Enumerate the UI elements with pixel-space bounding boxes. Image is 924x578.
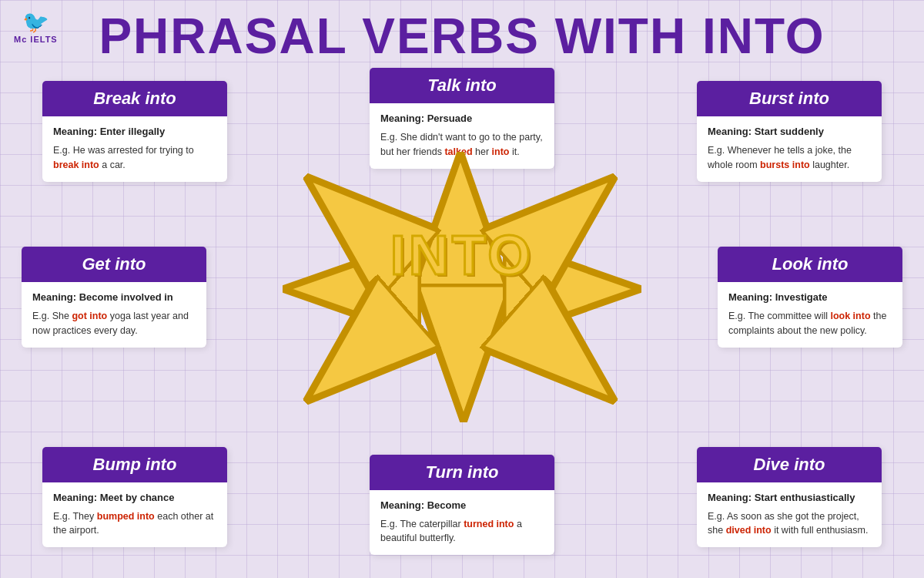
svg-line-7 xyxy=(316,339,377,393)
card-turn-into-header: Turn into xyxy=(370,455,554,490)
card-break-into-meaning: Meaning: Enter illegally xyxy=(53,126,216,137)
card-dive-into-body: Meaning: Start enthusiastically E.g. As … xyxy=(697,482,882,548)
svg-line-6 xyxy=(544,185,605,239)
card-look-into-body: Meaning: Investigate E.g. The committee … xyxy=(718,282,902,348)
card-get-into: Get into Meaning: Become involved in E.g… xyxy=(22,247,206,348)
card-look-into-header: Look into xyxy=(718,247,902,282)
card-burst-into-meaning: Meaning: Start suddenly xyxy=(708,126,871,137)
card-dive-into-example: E.g. As soon as she got the project, she… xyxy=(708,509,871,539)
card-break-into-example: E.g. He was arrested for trying to break… xyxy=(53,143,216,173)
card-break-into-body: Meaning: Enter illegally E.g. He was arr… xyxy=(42,116,227,182)
card-break-into-title: Break into xyxy=(93,89,176,108)
card-burst-into-header: Burst into xyxy=(697,81,882,116)
card-talk-into-title: Talk into xyxy=(427,76,497,95)
card-bump-into: Bump into Meaning: Meet by chance E.g. T… xyxy=(42,447,227,548)
card-dive-into: Dive into Meaning: Start enthusiasticall… xyxy=(697,447,882,548)
card-talk-into-body: Meaning: Persuade E.g. She didn't want t… xyxy=(370,103,554,169)
card-talk-into-header: Talk into xyxy=(370,68,554,103)
card-get-into-title: Get into xyxy=(82,254,146,274)
card-burst-into-body: Meaning: Start suddenly E.g. Whenever he… xyxy=(697,116,882,182)
card-talk-into-example: E.g. She didn't want to go to the party,… xyxy=(380,130,544,160)
card-look-into-example: E.g. The committee will look into the co… xyxy=(728,309,892,338)
card-turn-into: Turn into Meaning: Become E.g. The cater… xyxy=(370,455,554,556)
card-burst-into: Burst into Meaning: Start suddenly E.g. … xyxy=(697,81,882,182)
card-turn-into-example: E.g. The caterpillar turned into a beaut… xyxy=(380,517,544,546)
brand-name: Mc IELTS xyxy=(14,35,58,44)
center-word: INTO xyxy=(390,223,534,287)
page-title: PHRASAL VERBS WITH INTO xyxy=(0,0,924,65)
card-burst-into-title: Burst into xyxy=(749,89,829,108)
card-get-into-body: Meaning: Become involved in E.g. She got… xyxy=(22,282,206,348)
card-look-into-title: Look into xyxy=(772,254,849,274)
card-dive-into-meaning: Meaning: Start enthusiastically xyxy=(708,492,871,503)
card-break-into-header: Break into xyxy=(42,81,227,116)
bird-icon: 🐦 xyxy=(22,9,49,35)
logo: 🐦 Mc IELTS xyxy=(14,9,58,44)
card-turn-into-meaning: Meaning: Become xyxy=(380,499,544,511)
card-bump-into-body: Meaning: Meet by chance E.g. They bumped… xyxy=(42,482,227,548)
card-bump-into-title: Bump into xyxy=(93,455,177,474)
card-look-into-meaning: Meaning: Investigate xyxy=(728,291,892,303)
card-dive-into-header: Dive into xyxy=(697,447,882,482)
svg-line-8 xyxy=(544,339,605,393)
card-bump-into-header: Bump into xyxy=(42,447,227,482)
card-break-into: Break into Meaning: Enter illegally E.g.… xyxy=(42,81,227,182)
card-talk-into: Talk into Meaning: Persuade E.g. She did… xyxy=(370,68,554,169)
card-turn-into-title: Turn into xyxy=(426,462,499,482)
card-bump-into-example: E.g. They bumped into each other at the … xyxy=(53,509,216,539)
card-turn-into-body: Meaning: Become E.g. The caterpillar tur… xyxy=(370,490,554,556)
svg-line-5 xyxy=(316,185,377,239)
card-look-into: Look into Meaning: Investigate E.g. The … xyxy=(718,247,902,348)
card-get-into-header: Get into xyxy=(22,247,206,282)
card-get-into-meaning: Meaning: Become involved in xyxy=(32,291,196,303)
card-burst-into-example: E.g. Whenever he tells a joke, the whole… xyxy=(708,143,871,173)
card-dive-into-title: Dive into xyxy=(754,455,825,474)
card-get-into-example: E.g. She got into yoga last year and now… xyxy=(32,309,196,338)
card-bump-into-meaning: Meaning: Meet by chance xyxy=(53,492,216,503)
card-talk-into-meaning: Meaning: Persuade xyxy=(380,113,544,124)
